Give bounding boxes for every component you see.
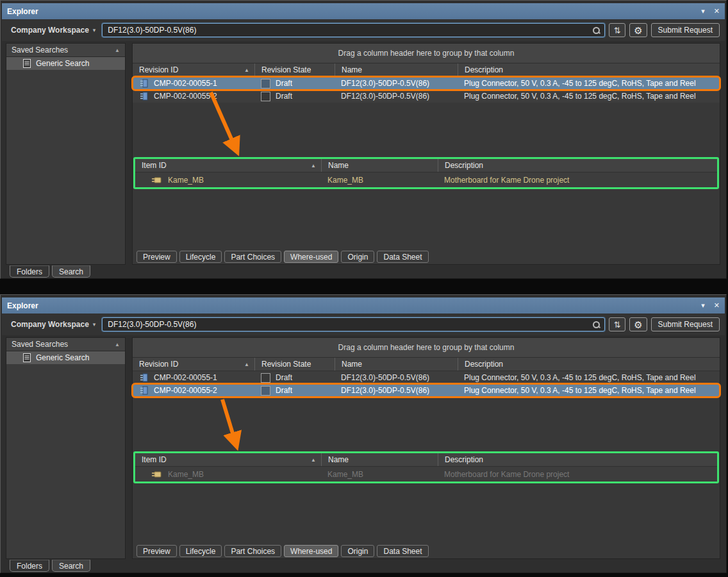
column-header-revision-id[interactable]: Revision ID▲ — [133, 63, 254, 76]
search-input[interactable] — [108, 320, 592, 329]
search-icon[interactable] — [592, 26, 600, 35]
revision-row-selected[interactable]: CMP-002-00055-2 Draft DF12(3.0)-50DP-0.5… — [133, 384, 720, 397]
column-header-name[interactable]: Name — [335, 63, 458, 76]
sidebar-item-generic-search[interactable]: Generic Search — [6, 351, 125, 364]
saved-searches-sidebar: Saved Searches ▲ Generic Search — [6, 337, 126, 559]
sort-asc-icon: ▲ — [244, 67, 249, 73]
component-icon — [140, 79, 149, 88]
column-header-name[interactable]: Name — [335, 358, 458, 371]
sidebar-tabs: Folders Search — [10, 560, 90, 572]
sidebar-item-generic-search[interactable]: Generic Search — [6, 57, 125, 70]
search-box[interactable] — [102, 317, 605, 331]
gear-icon: ⚙ — [634, 26, 642, 35]
board-icon — [152, 471, 161, 478]
search-results-area: Drag a column header here to group by th… — [132, 337, 720, 559]
tab-part-choices[interactable]: Part Choices — [224, 251, 281, 263]
column-header-revision-state[interactable]: Revision State — [254, 358, 335, 371]
column-header-name[interactable]: Name — [321, 159, 438, 172]
column-header-description[interactable]: Description — [438, 453, 717, 466]
close-icon[interactable]: ✕ — [714, 302, 720, 309]
column-header-name[interactable]: Name — [321, 453, 438, 466]
column-header-item-id[interactable]: Item ID▲ — [135, 159, 321, 172]
refresh-button[interactable]: ⇅ — [609, 23, 625, 37]
explorer-panel-bottom: Explorer ▾ ✕ Company Workspace ▾ ⇅ ⚙ Sub… — [0, 294, 727, 573]
tab-where-used[interactable]: Where-used — [284, 545, 338, 557]
checkbox[interactable] — [261, 386, 270, 396]
where-used-header: Item ID▲ Name Description — [135, 453, 717, 467]
board-icon — [152, 176, 161, 184]
toolbar: Company Workspace ▾ ⇅ ⚙ Submit Request — [2, 314, 725, 335]
collapse-icon[interactable]: ▲ — [115, 47, 120, 53]
workspace-dropdown[interactable]: Company Workspace — [11, 26, 89, 35]
tab-preview[interactable]: Preview — [136, 251, 177, 263]
saved-searches-header[interactable]: Saved Searches ▲ — [6, 338, 125, 351]
refresh-button[interactable]: ⇅ — [609, 317, 625, 331]
column-header-revision-state[interactable]: Revision State — [254, 63, 335, 76]
checkbox[interactable] — [261, 79, 270, 88]
revision-row[interactable]: CMP-002-00055-1 Draft DF12(3.0)-50DP-0.5… — [133, 371, 720, 384]
settings-button[interactable]: ⚙ — [629, 23, 647, 37]
sort-asc-icon: ▲ — [244, 362, 249, 367]
document-icon — [23, 59, 31, 68]
revisions-header: Revision ID▲ Revision State Name Descrip… — [133, 358, 720, 371]
panel-menu-icon[interactable]: ▾ — [701, 302, 705, 309]
search-input[interactable] — [108, 26, 592, 35]
sort-asc-icon: ▲ — [311, 163, 316, 169]
revisions-header: Revision ID▲ Revision State Name Descrip… — [133, 63, 720, 77]
tab-search[interactable]: Search — [52, 560, 90, 572]
sort-asc-icon: ▲ — [311, 457, 316, 463]
saved-searches-sidebar: Saved Searches ▲ Generic Search — [6, 43, 126, 265]
tab-folders[interactable]: Folders — [10, 265, 49, 278]
column-header-description[interactable]: Description — [458, 63, 720, 76]
submit-request-button[interactable]: Submit Request — [651, 317, 720, 331]
detail-tabs: Preview Lifecycle Part Choices Where-use… — [136, 545, 429, 557]
panel-title: Explorer — [7, 301, 38, 310]
tab-lifecycle[interactable]: Lifecycle — [179, 545, 222, 557]
chevron-down-icon[interactable]: ▾ — [93, 27, 96, 33]
revision-row-selected[interactable]: CMP-002-00055-1 Draft DF12(3.0)-50DP-0.5… — [133, 77, 720, 90]
detail-tabs: Preview Lifecycle Part Choices Where-use… — [136, 251, 429, 263]
panel-titlebar[interactable]: Explorer ▾ ✕ — [2, 3, 725, 19]
sidebar-tabs: Folders Search — [10, 265, 90, 278]
where-used-row[interactable]: Kame_MB Kame_MB Motherboard for Kame Dro… — [135, 467, 717, 481]
chevron-down-icon[interactable]: ▾ — [93, 321, 96, 328]
search-box[interactable] — [102, 23, 605, 37]
workspace-dropdown[interactable]: Company Workspace — [11, 320, 89, 329]
tab-folders[interactable]: Folders — [10, 560, 49, 572]
where-used-header: Item ID▲ Name Description — [135, 159, 717, 172]
where-used-table: Item ID▲ Name Description Kame_MB Kame_M… — [133, 157, 719, 189]
close-icon[interactable]: ✕ — [714, 8, 720, 15]
settings-button[interactable]: ⚙ — [629, 317, 647, 331]
tab-part-choices[interactable]: Part Choices — [224, 545, 281, 557]
where-used-row[interactable]: Kame_MB Kame_MB Motherboard for Kame Dro… — [135, 172, 717, 187]
collapse-icon[interactable]: ▲ — [115, 342, 120, 347]
tab-origin[interactable]: Origin — [341, 545, 374, 557]
panel-menu-icon[interactable]: ▾ — [701, 8, 705, 15]
search-icon[interactable] — [592, 321, 600, 329]
tab-lifecycle[interactable]: Lifecycle — [179, 251, 222, 263]
checkbox[interactable] — [261, 373, 270, 383]
column-header-revision-id[interactable]: Revision ID▲ — [133, 358, 254, 371]
revision-row[interactable]: CMP-002-00055-2 Draft DF12(3.0)-50DP-0.5… — [133, 90, 720, 103]
column-header-item-id[interactable]: Item ID▲ — [135, 453, 321, 466]
tab-data-sheet[interactable]: Data Sheet — [377, 251, 428, 263]
toolbar: Company Workspace ▾ ⇅ ⚙ Submit Request — [2, 19, 725, 41]
tab-preview[interactable]: Preview — [136, 545, 177, 557]
tab-where-used[interactable]: Where-used — [284, 251, 338, 263]
column-header-description[interactable]: Description — [458, 358, 720, 371]
component-icon — [140, 386, 149, 395]
tab-data-sheet[interactable]: Data Sheet — [377, 545, 428, 557]
tab-origin[interactable]: Origin — [341, 251, 374, 263]
group-by-bar[interactable]: Drag a column header here to group by th… — [133, 338, 720, 358]
component-icon — [140, 92, 149, 101]
saved-searches-header[interactable]: Saved Searches ▲ — [6, 44, 125, 57]
component-icon — [140, 373, 149, 382]
column-header-description[interactable]: Description — [438, 159, 717, 172]
panel-titlebar[interactable]: Explorer ▾ ✕ — [2, 297, 725, 314]
group-by-bar[interactable]: Drag a column header here to group by th… — [133, 44, 720, 63]
checkbox[interactable] — [261, 92, 270, 101]
panel-title: Explorer — [7, 7, 38, 16]
explorer-panel-top: Explorer ▾ ✕ Company Workspace ▾ ⇅ ⚙ Sub… — [0, 0, 727, 279]
tab-search[interactable]: Search — [52, 265, 90, 278]
submit-request-button[interactable]: Submit Request — [651, 23, 720, 37]
